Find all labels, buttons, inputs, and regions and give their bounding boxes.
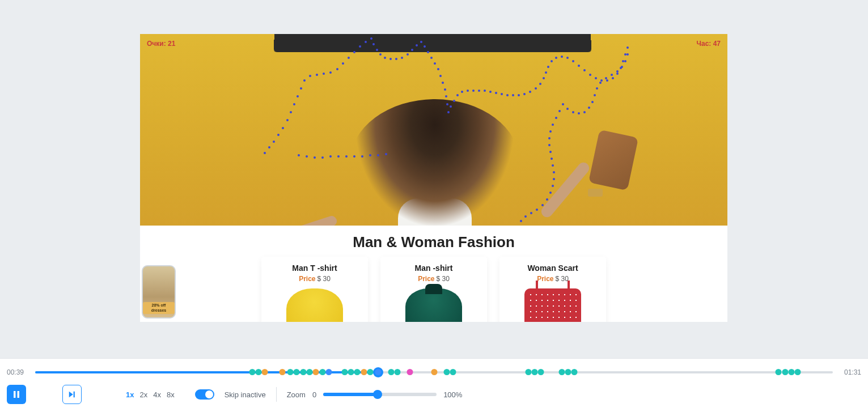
svg-point-89: [596, 87, 598, 90]
timeline-event[interactable]: [300, 369, 306, 375]
time-label: Час: 47: [697, 40, 721, 48]
timeline-event[interactable]: [795, 369, 801, 375]
svg-point-80: [624, 53, 626, 56]
product-price: Price$ 30: [261, 275, 368, 283]
skip-inactive-toggle[interactable]: [195, 389, 214, 400]
svg-point-72: [589, 74, 591, 76]
mini-badge: 20% off dresses: [143, 302, 175, 314]
timeline-event[interactable]: [450, 369, 456, 375]
svg-point-53: [495, 92, 497, 94]
svg-point-88: [599, 82, 602, 84]
timeline-event[interactable]: [319, 369, 325, 375]
timeline-event[interactable]: [354, 369, 361, 375]
timeline-event[interactable]: [294, 369, 300, 375]
product-card[interactable]: Woman Scart Price$ 30: [499, 257, 606, 322]
svg-point-24: [379, 53, 382, 56]
svg-point-39: [442, 82, 444, 84]
zoom-slider[interactable]: [323, 393, 437, 396]
svg-point-10: [303, 79, 306, 82]
timeline-event[interactable]: [571, 369, 578, 375]
zoom-label: Zoom: [287, 390, 306, 399]
timeline-event[interactable]: [444, 369, 450, 375]
svg-point-77: [616, 73, 619, 75]
mini-preview[interactable]: 20% off dresses: [142, 265, 176, 318]
svg-point-14: [329, 71, 332, 74]
timeline-event[interactable]: [565, 369, 571, 375]
hero-banner: Очки: 21 Час: 47: [140, 34, 727, 226]
speed-selector: 1x2x4x8x: [126, 390, 175, 399]
svg-point-67: [561, 56, 563, 58]
svg-point-62: [543, 77, 545, 79]
svg-point-85: [616, 70, 619, 73]
timeline[interactable]: [35, 370, 833, 375]
timeline-event[interactable]: [361, 369, 367, 375]
section-title: Man & Woman Fashion: [140, 226, 727, 257]
timeline-event[interactable]: [375, 369, 382, 375]
timeline-event[interactable]: [531, 369, 537, 375]
svg-point-68: [566, 57, 569, 59]
timeline-event[interactable]: [367, 369, 373, 375]
pause-button[interactable]: [7, 385, 26, 404]
timeline-event[interactable]: [776, 369, 782, 375]
zoom-knob[interactable]: [373, 390, 382, 399]
zoom-max: 100%: [443, 390, 462, 399]
product-image: [405, 288, 462, 322]
timeline-event[interactable]: [431, 369, 437, 375]
timeline-event[interactable]: [538, 369, 544, 375]
svg-point-12: [316, 74, 318, 76]
skip-inactive-label: Skip inactive: [225, 390, 266, 399]
svg-rect-129: [14, 391, 16, 398]
svg-point-35: [430, 57, 433, 59]
svg-point-57: [518, 94, 520, 96]
timeline-event[interactable]: [307, 369, 313, 375]
svg-point-76: [612, 77, 614, 79]
timeline-event[interactable]: [782, 369, 788, 375]
svg-point-90: [594, 94, 596, 96]
svg-point-83: [624, 60, 626, 62]
product-price: Price$ 30: [499, 275, 606, 283]
svg-rect-132: [74, 392, 75, 398]
timeline-event[interactable]: [262, 369, 268, 375]
timeline-event[interactable]: [388, 369, 394, 375]
product-card[interactable]: Man T -shirt Price$ 30: [261, 257, 368, 322]
svg-point-13: [323, 73, 325, 75]
speed-option[interactable]: 2x: [139, 390, 147, 399]
timeline-event[interactable]: [525, 369, 531, 375]
svg-point-69: [572, 60, 574, 62]
divider: [276, 387, 277, 402]
speed-option[interactable]: 1x: [126, 390, 134, 399]
zoom-min: 0: [312, 390, 316, 399]
svg-point-11: [309, 75, 311, 77]
svg-point-25: [384, 57, 386, 59]
timeline-event[interactable]: [325, 369, 332, 375]
timeline-event[interactable]: [313, 369, 319, 375]
svg-point-37: [437, 68, 439, 70]
svg-point-9: [300, 87, 302, 90]
timeline-event[interactable]: [407, 369, 413, 375]
timeline-event[interactable]: [287, 369, 294, 375]
timeline-event[interactable]: [788, 369, 794, 375]
svg-point-73: [595, 77, 597, 79]
svg-point-28: [401, 57, 403, 59]
timeline-event[interactable]: [348, 369, 354, 375]
speed-option[interactable]: 4x: [153, 390, 161, 399]
svg-point-74: [600, 79, 603, 82]
svg-point-75: [606, 79, 608, 82]
svg-point-78: [620, 67, 622, 69]
timeline-event[interactable]: [280, 369, 286, 375]
timeline-event[interactable]: [249, 369, 255, 375]
timeline-event[interactable]: [255, 369, 261, 375]
svg-point-63: [545, 71, 547, 74]
timeline-event[interactable]: [394, 369, 400, 375]
svg-marker-131: [69, 392, 73, 398]
product-card[interactable]: Man -shirt Price$ 30: [380, 257, 487, 322]
svg-point-8: [297, 95, 299, 97]
speed-option[interactable]: 8x: [167, 390, 175, 399]
product-image: [286, 288, 343, 322]
svg-point-27: [395, 58, 397, 60]
step-forward-button[interactable]: [62, 385, 82, 404]
timeline-event[interactable]: [341, 369, 348, 375]
svg-point-38: [439, 75, 442, 77]
total-time: 01:31: [841, 368, 861, 376]
timeline-event[interactable]: [558, 369, 565, 375]
